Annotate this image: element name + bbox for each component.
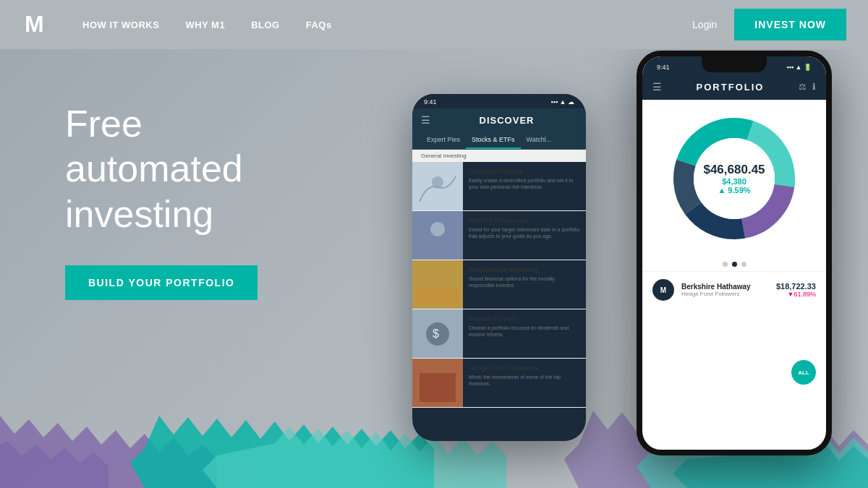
item-desc: Invest for your target retirement date i… [469, 226, 580, 239]
nav-blog[interactable]: BLOG [251, 20, 280, 30]
dot-2[interactable] [732, 262, 737, 267]
item-title: Income Earners [469, 315, 580, 322]
item-image-retirement [412, 211, 463, 260]
phone2-title: PORTFOLIO [662, 82, 799, 93]
item-image-general [412, 162, 463, 210]
card-info: Berkshire Hathaway Hedge Fund Followers [681, 283, 769, 297]
phone1-title: DISCOVER [436, 115, 577, 126]
phone2-balance-icon: ⚖ [799, 82, 807, 92]
item-title: Plan for Retirement [469, 217, 580, 224]
phone-discover: 9:41 ▪▪▪ ▲ ☁ ☰ DISCOVER Expert Pies Stoc… [412, 94, 586, 441]
phone1-header: ☰ DISCOVER [412, 108, 586, 132]
nav-how-it-works[interactable]: HOW IT WORKS [82, 20, 159, 30]
phone2-info-icon: ℹ [812, 82, 816, 92]
item-desc: Easily create a diversified portfolio an… [469, 177, 580, 190]
portfolio-value: $46,680.45 [703, 163, 765, 177]
phone-portfolio: 9:41 ▪▪▪ ▲ 🔋 ☰ PORTFOLIO ⚖ ℹ [637, 51, 832, 455]
list-item: Plan for Retirement Invest for your targ… [412, 211, 586, 260]
svg-point-5 [430, 222, 445, 236]
phone2-menu-icon: ☰ [652, 81, 662, 93]
build-portfolio-button[interactable]: BUILD YOUR PORTFOLIO [65, 265, 258, 300]
phone1-list: General Investing Easily create a divers… [412, 162, 586, 408]
item-title: General Investing [469, 168, 580, 175]
phone1-tabs: Expert Pies Stocks & ETFs Watchl... [412, 132, 586, 150]
phone1-subheader: General Investing [412, 150, 586, 162]
hero-title: Free automated investing [65, 101, 258, 236]
card-avatar: M [652, 279, 674, 301]
nav-right: Login INVEST NOW [692, 9, 846, 40]
all-button[interactable]: ALL [791, 360, 816, 385]
card-amount: $18,722.33 [776, 282, 816, 291]
card-name: Berkshire Hathaway [681, 283, 769, 291]
nav-links: HOW IT WORKS WHY M1 BLOG FAQs [82, 20, 692, 30]
item-text-hedge: Hedge Fund Followers Mimic the investmen… [463, 359, 586, 407]
svg-point-3 [432, 176, 443, 188]
item-text-retirement: Plan for Retirement Invest for your targ… [463, 211, 586, 260]
list-item: $ Income Earners Choose a portfolio focu… [412, 309, 586, 359]
item-text-general: General Investing Easily create a divers… [463, 162, 586, 210]
phone1-notch [470, 94, 528, 108]
portfolio-card: M Berkshire Hathaway Hedge Fund Follower… [642, 271, 826, 308]
svg-text:$: $ [433, 328, 439, 340]
phone2-notch [702, 56, 767, 72]
svg-rect-12 [420, 373, 456, 402]
nav-why-m1[interactable]: WHY M1 [185, 20, 225, 30]
list-item: Responsible Investing Sound financial op… [412, 260, 586, 309]
donut-center-values: $46,680.45 $4,380 ▲ 9.59% [703, 163, 765, 194]
invest-now-button[interactable]: INVEST NOW [734, 9, 846, 40]
item-desc: Sound financial options for the socially… [469, 275, 580, 288]
dot-3[interactable] [741, 262, 746, 267]
item-desc: Mimic the investments of some of the top… [469, 374, 580, 387]
phone2-header: ☰ PORTFOLIO ⚖ ℹ [642, 77, 826, 100]
card-pct: ▼61.89% [776, 291, 816, 298]
item-image-income: $ [412, 309, 463, 358]
phone2-time: 9:41 [657, 64, 670, 71]
portfolio-pct: ▲ 9.59% [703, 186, 765, 194]
card-sub: Hedge Fund Followers [681, 291, 769, 297]
navbar: M HOW IT WORKS WHY M1 BLOG FAQs Login IN… [0, 0, 868, 49]
phones-container: 9:41 ▪▪▪ ▲ ☁ ☰ DISCOVER Expert Pies Stoc… [412, 51, 832, 477]
hero-text: Free automated investing BUILD YOUR PORT… [65, 101, 258, 300]
phone2-signal-icon: ▪▪▪ ▲ 🔋 [787, 64, 812, 71]
dot-1[interactable] [723, 262, 728, 267]
phone1-menu-icon: ☰ [421, 114, 430, 126]
item-text-responsible: Responsible Investing Sound financial op… [463, 260, 586, 309]
donut-chart: $46,680.45 $4,380 ▲ 9.59% [665, 110, 803, 247]
portfolio-chart-area: $46,680.45 $4,380 ▲ 9.59% [642, 100, 826, 257]
phone1-time: 9:41 [424, 98, 437, 106]
carousel-dots [642, 257, 826, 271]
item-image-responsible [412, 260, 463, 309]
item-text-income: Income Earners Choose a portfolio focuse… [463, 309, 586, 358]
logo[interactable]: M [22, 7, 82, 42]
phone1-tab-watchlist[interactable]: Watchl... [521, 132, 558, 149]
phone1-tab-expert[interactable]: Expert Pies [421, 132, 466, 149]
item-title: Hedge Fund Followers [469, 364, 580, 372]
portfolio-change: $4,380 [703, 177, 765, 186]
item-image-hedge [412, 359, 463, 407]
item-desc: Choose a portfolio focused on dividends … [469, 325, 580, 338]
phone1-tab-stocks[interactable]: Stocks & ETFs [466, 132, 521, 149]
list-item: General Investing Easily create a divers… [412, 162, 586, 211]
item-title: Responsible Investing [469, 266, 580, 273]
card-value: $18,722.33 ▼61.89% [776, 282, 816, 298]
svg-rect-7 [416, 289, 459, 304]
nav-faqs[interactable]: FAQs [306, 20, 332, 30]
login-button[interactable]: Login [692, 19, 717, 30]
svg-text:M: M [25, 11, 44, 37]
phone1-signal-icon: ▪▪▪ ▲ ☁ [551, 98, 574, 106]
list-item: Hedge Fund Followers Mimic the investmen… [412, 359, 586, 408]
